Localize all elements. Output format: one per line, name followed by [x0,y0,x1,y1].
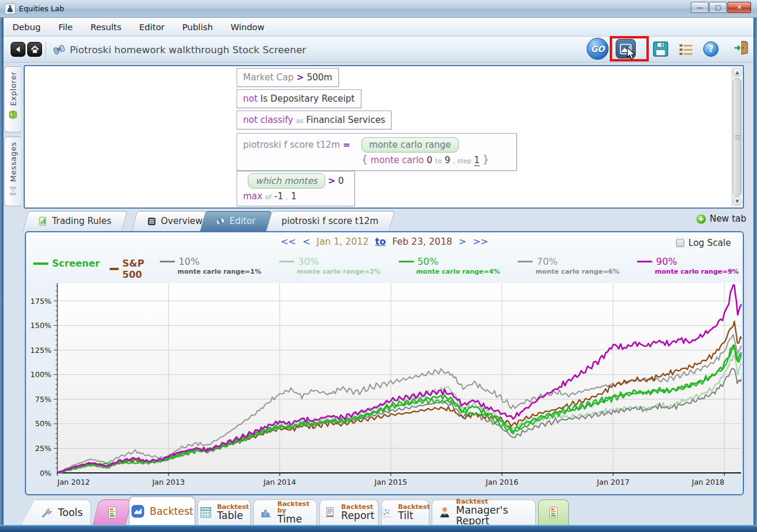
list-icon[interactable] [678,43,694,59]
sidebar-tab-explorer[interactable]: Explorer [4,66,21,132]
window-border-left [0,18,4,525]
bottom-tab-label: Report [341,511,374,521]
rule-market-cap[interactable]: Market Cap > 500m [237,68,339,87]
bars-time-icon [260,506,273,519]
date-range-nav: << < Jan 1, 2012 to Feb 23, 2018 > >> [26,236,743,247]
exit-icon[interactable] [733,40,750,59]
date-next-button[interactable]: > [459,236,467,247]
max-arg1: -1 [274,191,283,202]
plus-icon [696,214,706,224]
date-prev-year-button[interactable]: << [280,236,296,247]
rule-equals: = [343,140,351,150]
end-date[interactable]: Feb 23, 2018 [392,236,452,247]
menu-item-file[interactable]: File [50,20,82,34]
max-arg2: 1 [291,191,297,202]
menu-item-editor[interactable]: Editor [130,20,173,34]
person-icon [438,506,451,519]
app-icon [5,4,15,14]
minimize-button[interactable]: — [691,2,709,13]
tab-piotroski-f-score-t12m[interactable]: piotroski f score t12m [266,211,389,231]
rule-not-classify[interactable]: not classify as Financial Services [237,111,392,129]
menu-item-publish[interactable]: Publish [173,20,222,34]
scroll-up-arrow[interactable]: ▲ [733,68,742,77]
legend-label: 70% [536,256,558,267]
help-button[interactable]: ? [703,41,719,57]
sidebar-tab-label: Messages [9,142,18,182]
bottom-tab-backtest-tilt[interactable]: BacktestTilt [381,499,429,525]
rule-value: 0 [338,176,344,186]
log-scale-control: Log Scale [676,238,731,248]
start-date[interactable]: Jan 1, 2012 [316,236,368,247]
close-button[interactable]: ✕ [727,2,751,13]
bottom-tab-strip: ToolsBacktestBacktestTableBacktest byTim… [0,497,757,525]
legend-row: 30% [279,256,381,267]
explorer-icon [8,109,18,122]
backtest-chart: 0%25%50%75%100%125%150%175%Jan 2012Jan 2… [26,276,743,494]
sidebar-tab-label: Explorer [9,72,18,106]
mc-to-word: to [435,157,442,165]
legend-label: Screener [52,258,100,269]
svg-text:150%: 150% [30,321,51,330]
report-icon [323,506,337,519]
menu-item-window[interactable]: Window [222,20,273,34]
scroll-down-arrow[interactable]: ▼ [733,197,742,206]
bottom-tab-label: Time [277,514,302,525]
bottom-tab-green-shortcut[interactable] [538,499,569,525]
binoculars-icon [215,216,225,226]
bottom-tab-label: Tilt [398,511,413,521]
rule-which-montes[interactable]: which montes > 0 max of -1 , 1 [237,171,355,206]
save-icon[interactable] [652,40,669,60]
editor-tab-row: New tab Trading RulesOverviewEditorpiotr… [0,209,757,231]
mc-from: 0 [427,155,433,166]
legend-swatch [517,261,533,262]
tab-editor[interactable]: Editor [200,211,266,231]
legend-label: 10% [179,256,200,267]
bottom-tab-backtest-manager-s-report[interactable]: BacktestManager's Report [432,499,536,525]
bottom-tab-pink-shortcut[interactable] [93,499,132,525]
legend-label: 50% [418,256,439,267]
legend-row: Screener [33,258,100,269]
editor-scrollbar[interactable]: ▲ ▼ [732,67,742,206]
rule-not-depositary[interactable]: not Is Depositary Receipt [237,89,361,108]
bottom-tab-backtest[interactable]: Backtest [129,497,195,525]
mouse-cursor [626,47,636,63]
menu-item-results[interactable]: Results [82,20,130,34]
bottom-tab-backtest-by-time[interactable]: Backtest byTime [253,499,317,525]
which-montes-box[interactable]: which montes [248,173,325,189]
rule-operator: > [328,176,335,186]
doc-green-icon [38,216,48,226]
rule-text: Is Depositary Receipt [260,93,354,104]
list-dark-icon [147,216,157,226]
svg-text:25%: 25% [35,444,51,453]
scrollbar-thumb[interactable] [733,78,742,196]
monte-carlo-range-box[interactable]: monte carlo range [361,137,459,153]
window-title: Equities Lab [19,4,64,13]
sidebar-tab-messages[interactable]: Messages [4,137,21,206]
date-next-year-button[interactable]: >> [473,236,489,247]
home-button[interactable] [27,42,42,57]
bottom-tab-backtest-report[interactable]: BacktestReport [319,499,378,525]
bottom-tab-text: BacktestManager's Report [456,498,529,526]
log-scale-checkbox[interactable] [676,239,684,247]
tab-label: piotroski f score t12m [282,216,378,226]
date-to-link[interactable]: to [375,236,386,247]
mc-step-word: , step [453,157,471,165]
bottom-tab-label: Table [217,511,243,521]
tab-trading-rules[interactable]: Trading Rules [22,211,122,231]
new-tab-button[interactable]: New tab [696,213,746,224]
svg-text:Jan 2016: Jan 2016 [485,478,518,486]
maximize-button[interactable]: ▢ [709,2,727,13]
rule-value: Financial Services [306,115,386,125]
rule-operator: > [296,72,304,83]
menu-item-debug[interactable]: Debug [4,20,50,34]
date-prev-button[interactable]: < [302,236,310,247]
bottom-tab-tools[interactable]: Tools [21,499,91,525]
rule-piotroski-monte-carlo[interactable]: piotroski f score t12m = monte carlo ran… [237,133,517,171]
legend-item-90: 90%monte carlo range=9% [637,256,739,275]
bottom-tab-backtest-table[interactable]: BacktestTable [198,499,251,525]
legend-swatch [160,261,175,262]
go-button[interactable]: GO [587,38,609,60]
messages-icon [8,186,18,199]
svg-text:Jan 2014: Jan 2014 [263,478,296,486]
back-button[interactable] [11,42,25,57]
